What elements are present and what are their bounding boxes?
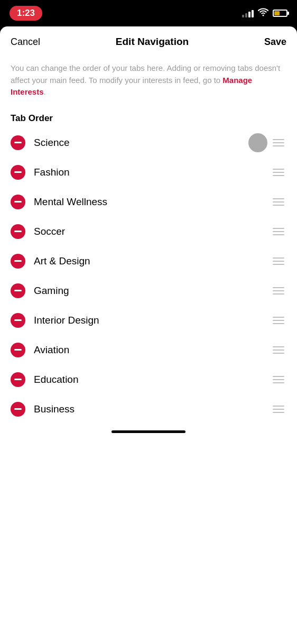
drag-handle-education[interactable] (271, 374, 286, 385)
minus-icon (14, 349, 22, 351)
tab-label-fashion: Fashion (34, 167, 271, 178)
status-bar: 1:23 (0, 0, 297, 26)
minus-icon (14, 379, 22, 380)
tab-label-business: Business (34, 403, 271, 415)
drag-handle-fashion[interactable] (271, 167, 286, 178)
battery-icon (273, 10, 287, 17)
minus-icon (14, 260, 22, 262)
tab-label-science: Science (34, 137, 271, 149)
wifi-icon (258, 8, 268, 19)
minus-icon (14, 231, 22, 232)
drag-handle-mental-wellness[interactable] (271, 196, 286, 208)
status-time: 1:23 (10, 6, 42, 21)
tab-item: Science (0, 128, 297, 158)
remove-aviation-button[interactable] (11, 343, 25, 357)
tab-list: ScienceFashionMental WellnessSoccerArt &… (0, 128, 297, 424)
cancel-button[interactable]: Cancel (11, 36, 40, 48)
remove-interior-design-button[interactable] (11, 313, 25, 328)
remove-science-button[interactable] (11, 135, 25, 150)
drag-handle-interior-design[interactable] (271, 315, 286, 326)
nav-header: Cancel Edit Navigation Save (0, 26, 297, 55)
home-indicator (112, 430, 185, 433)
tab-item: Business (0, 394, 297, 424)
drag-handle-art-design[interactable] (271, 255, 286, 267)
tab-order-label: Tab Order (0, 104, 297, 128)
tab-item: Aviation (0, 335, 297, 365)
tab-item: Mental Wellness (0, 187, 297, 217)
tab-label-aviation: Aviation (34, 344, 271, 356)
tab-label-mental-wellness: Mental Wellness (34, 196, 271, 208)
drag-handle-soccer[interactable] (271, 226, 286, 237)
minus-icon (14, 142, 22, 143)
tab-label-soccer: Soccer (34, 226, 271, 237)
description-period: . (44, 87, 46, 96)
minus-icon (14, 171, 22, 173)
drag-bubble (248, 133, 267, 152)
tab-item: Interior Design (0, 306, 297, 335)
tab-label-education: Education (34, 374, 271, 385)
drag-handle-aviation[interactable] (271, 344, 286, 356)
tab-label-art-design: Art & Design (34, 255, 271, 267)
main-content: Cancel Edit Navigation Save You can chan… (0, 26, 297, 644)
remove-soccer-button[interactable] (11, 224, 25, 239)
tab-label-interior-design: Interior Design (34, 315, 271, 326)
tab-item: Gaming (0, 276, 297, 306)
minus-icon (14, 408, 22, 410)
signal-icon (242, 9, 254, 17)
remove-gaming-button[interactable] (11, 283, 25, 298)
description-text: You can change the order of your tabs he… (0, 55, 297, 104)
remove-business-button[interactable] (11, 402, 25, 417)
tab-item: Soccer (0, 217, 297, 246)
status-icons (242, 8, 287, 19)
save-button[interactable]: Save (264, 36, 286, 48)
tab-label-gaming: Gaming (34, 285, 271, 297)
tab-item: Education (0, 365, 297, 394)
drag-handle-business[interactable] (271, 403, 286, 415)
tab-item: Fashion (0, 158, 297, 187)
minus-icon (14, 319, 22, 321)
minus-icon (14, 290, 22, 291)
remove-education-button[interactable] (11, 372, 25, 387)
page-title: Edit Navigation (116, 36, 189, 48)
drag-handle-science[interactable] (271, 137, 286, 149)
drag-handle-gaming[interactable] (271, 285, 286, 297)
minus-icon (14, 201, 22, 203)
remove-fashion-button[interactable] (11, 165, 25, 180)
tab-item: Art & Design (0, 246, 297, 276)
remove-mental-wellness-button[interactable] (11, 195, 25, 209)
remove-art-design-button[interactable] (11, 254, 25, 269)
